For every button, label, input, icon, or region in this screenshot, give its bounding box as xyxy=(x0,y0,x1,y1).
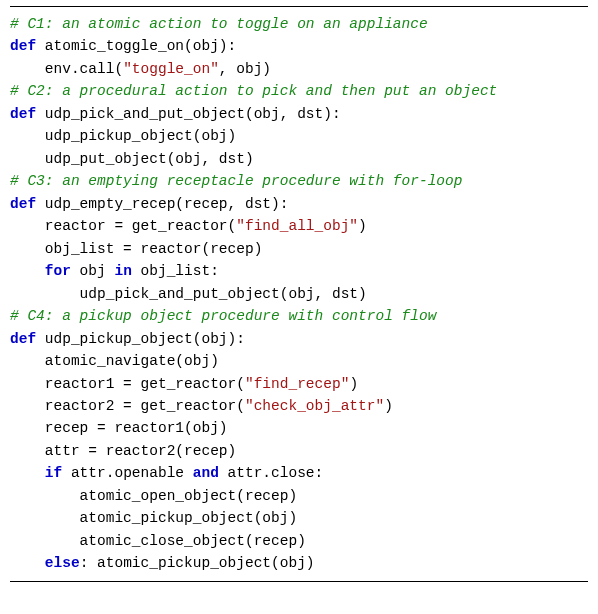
code-line: else: atomic_pickup_object(obj) xyxy=(10,552,588,574)
code-line: atomic_pickup_object(obj) xyxy=(10,507,588,529)
code-line: def udp_empty_recep(recep, dst): xyxy=(10,193,588,215)
code-line: attr = reactor2(recep) xyxy=(10,440,588,462)
code-line: reactor1 = get_reactor("find_recep") xyxy=(10,373,588,395)
code-line: atomic_navigate(obj) xyxy=(10,350,588,372)
code-line: atomic_close_object(recep) xyxy=(10,530,588,552)
code-line: def udp_pickup_object(obj): xyxy=(10,328,588,350)
code-line: if attr.openable and attr.close: xyxy=(10,462,588,484)
code-line: # C2: a procedural action to pick and th… xyxy=(10,80,588,102)
code-line: for obj in obj_list: xyxy=(10,260,588,282)
code-line: recep = reactor1(obj) xyxy=(10,417,588,439)
code-line: # C3: an emptying receptacle procedure w… xyxy=(10,170,588,192)
code-line: udp_pickup_object(obj) xyxy=(10,125,588,147)
code-line: def udp_pick_and_put_object(obj, dst): xyxy=(10,103,588,125)
code-line: # C4: a pickup object procedure with con… xyxy=(10,305,588,327)
code-line: env.call("toggle_on", obj) xyxy=(10,58,588,80)
code-line: atomic_open_object(recep) xyxy=(10,485,588,507)
code-line: reactor = get_reactor("find_all_obj") xyxy=(10,215,588,237)
code-block: # C1: an atomic action to toggle on an a… xyxy=(10,6,588,582)
code-line: udp_pick_and_put_object(obj, dst) xyxy=(10,283,588,305)
code-line: # C1: an atomic action to toggle on an a… xyxy=(10,13,588,35)
code-line: obj_list = reactor(recep) xyxy=(10,238,588,260)
code-line: def atomic_toggle_on(obj): xyxy=(10,35,588,57)
code-line: udp_put_object(obj, dst) xyxy=(10,148,588,170)
code-line: reactor2 = get_reactor("check_obj_attr") xyxy=(10,395,588,417)
